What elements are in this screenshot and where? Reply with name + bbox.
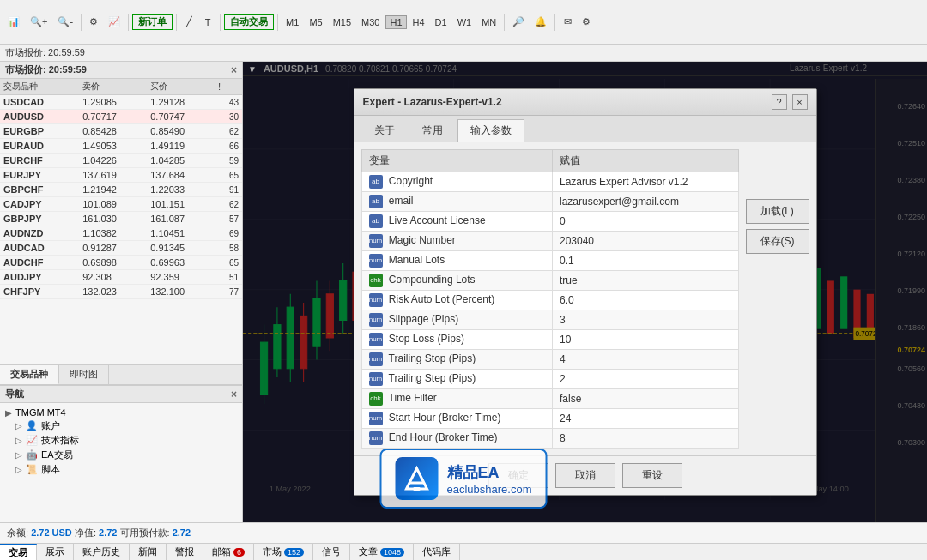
tab-trade[interactable]: 交易 bbox=[0, 544, 37, 560]
param-name: num End Hour (Broker Time) bbox=[361, 429, 552, 449]
tab-codebase[interactable]: 代码库 bbox=[414, 544, 460, 560]
new-order-btn[interactable]: 新订单 bbox=[132, 14, 173, 30]
settings-btn[interactable]: ⚙ bbox=[578, 14, 595, 30]
param-row[interactable]: num Trailing Stop (Pips) 4 bbox=[361, 350, 738, 370]
param-row[interactable]: num Slippage (Pips) 3 bbox=[361, 310, 738, 330]
dialog-help-btn[interactable]: ? bbox=[772, 94, 787, 110]
market-row[interactable]: AUDCAD 0.91287 0.91345 58 bbox=[0, 241, 242, 256]
line-tool-btn[interactable]: ╱ bbox=[180, 14, 197, 30]
auto-trade-btn[interactable]: 自动交易 bbox=[224, 14, 274, 30]
param-row[interactable]: chk Time Filter false bbox=[361, 389, 738, 409]
param-row[interactable]: num Start Hour (Broker Time) 24 bbox=[361, 409, 738, 429]
new-chart-btn[interactable]: 📊 bbox=[3, 14, 24, 30]
tab-history[interactable]: 账户历史 bbox=[74, 544, 130, 560]
pair-bid: 137.619 bbox=[79, 168, 147, 183]
param-row[interactable]: num Risk Auto Lot (Percent) 6.0 bbox=[361, 291, 738, 310]
market-row[interactable]: USDCAD 1.29085 1.29128 43 bbox=[0, 95, 242, 110]
nav-indicators[interactable]: ▷ 📈 技术指标 bbox=[15, 433, 237, 448]
param-value[interactable]: lazarusexpert@gmail.com bbox=[552, 192, 738, 212]
param-value[interactable]: 10 bbox=[552, 330, 738, 350]
magnify-btn[interactable]: 🔎 bbox=[508, 14, 529, 30]
market-row[interactable]: AUDUSD 0.70717 0.70747 30 bbox=[0, 110, 242, 124]
tab-mailbox[interactable]: 邮箱6 bbox=[203, 544, 254, 560]
market-row[interactable]: CADJPY 101.089 101.151 62 bbox=[0, 197, 242, 212]
text-tool-btn[interactable]: T bbox=[199, 15, 216, 30]
param-value[interactable]: 3 bbox=[552, 310, 738, 330]
tf-m15[interactable]: M15 bbox=[329, 15, 355, 29]
param-value[interactable]: 0 bbox=[552, 212, 738, 232]
reset-btn[interactable]: 重设 bbox=[622, 463, 682, 488]
param-value[interactable]: false bbox=[552, 389, 738, 409]
sep5 bbox=[277, 14, 278, 31]
param-row[interactable]: num Manual Lots 0.1 bbox=[361, 251, 738, 271]
param-value[interactable]: 6.0 bbox=[552, 291, 738, 310]
market-row[interactable]: EURCHF 1.04226 1.04285 59 bbox=[0, 154, 242, 168]
param-value[interactable]: true bbox=[552, 271, 738, 291]
tab-about[interactable]: 关于 bbox=[361, 119, 408, 142]
market-row[interactable]: EURAUD 1.49053 1.49119 66 bbox=[0, 139, 242, 154]
nav-scripts[interactable]: ▷ 📜 脚本 bbox=[15, 462, 237, 477]
param-value[interactable]: Lazarus Expert Advisor v1.2 bbox=[552, 172, 738, 192]
zoom-in-btn[interactable]: 🔍+ bbox=[26, 14, 52, 30]
market-row[interactable]: GBPCHF 1.21942 1.22033 91 bbox=[0, 183, 242, 197]
indicators-btn[interactable]: 📈 bbox=[104, 14, 124, 30]
param-value[interactable]: 203040 bbox=[552, 232, 738, 251]
param-row[interactable]: ab Live Account License 0 bbox=[361, 212, 738, 232]
market-row[interactable]: EURJPY 137.619 137.684 65 bbox=[0, 168, 242, 183]
tf-m1[interactable]: M1 bbox=[282, 15, 303, 29]
param-value[interactable]: 4 bbox=[552, 350, 738, 370]
market-row[interactable]: AUDCHF 0.69898 0.69963 65 bbox=[0, 256, 242, 270]
tab-inputs[interactable]: 输入参数 bbox=[457, 119, 524, 142]
tab-alerts[interactable]: 警报 bbox=[167, 544, 203, 560]
properties-btn[interactable]: ⚙ bbox=[85, 14, 102, 30]
param-value[interactable]: 0.1 bbox=[552, 251, 738, 271]
nav-tmgm[interactable]: ▶ TMGM MT4 bbox=[5, 406, 237, 418]
market-row[interactable]: AUDJPY 92.308 92.359 51 bbox=[0, 270, 242, 285]
cancel-btn[interactable]: 取消 bbox=[555, 463, 615, 488]
param-value[interactable]: 2 bbox=[552, 370, 738, 389]
pair-change: 51 bbox=[215, 270, 242, 285]
alert-btn[interactable]: 🔔 bbox=[530, 14, 551, 30]
tab-display[interactable]: 展示 bbox=[37, 544, 74, 560]
param-value[interactable]: 8 bbox=[552, 429, 738, 449]
param-row[interactable]: num End Hour (Broker Time) 8 bbox=[361, 429, 738, 449]
col-variable: 变量 bbox=[361, 150, 552, 172]
tab-common[interactable]: 常用 bbox=[409, 119, 456, 142]
sep7 bbox=[554, 14, 555, 31]
tab-market[interactable]: 市场 152 bbox=[254, 544, 313, 560]
param-value[interactable]: 24 bbox=[552, 409, 738, 429]
param-row[interactable]: ab email lazarusexpert@gmail.com bbox=[361, 192, 738, 212]
tf-h1[interactable]: H1 bbox=[385, 15, 406, 29]
market-row[interactable]: AUDNZD 1.10382 1.10451 69 bbox=[0, 226, 242, 241]
tf-w1[interactable]: W1 bbox=[453, 15, 476, 29]
save-btn[interactable]: 保存(S) bbox=[746, 229, 809, 254]
param-row[interactable]: num Magic Number 203040 bbox=[361, 232, 738, 251]
tf-m5[interactable]: M5 bbox=[305, 15, 326, 29]
zoom-out-btn[interactable]: 🔍- bbox=[53, 14, 77, 30]
tab-signals[interactable]: 信号 bbox=[313, 544, 350, 560]
dialog-close-btn[interactable]: × bbox=[792, 94, 808, 110]
tab-news[interactable]: 新闻 bbox=[130, 544, 167, 560]
market-row[interactable]: CHFJPY 132.023 132.100 77 bbox=[0, 285, 242, 299]
param-row[interactable]: num Stop Loss (Pips) 10 bbox=[361, 330, 738, 350]
param-row[interactable]: ab Copyright Lazarus Expert Advisor v1.2 bbox=[361, 172, 738, 192]
tf-h4[interactable]: H4 bbox=[409, 15, 429, 29]
nav-close[interactable]: × bbox=[231, 388, 237, 400]
tab-chart-small[interactable]: 即时图 bbox=[59, 365, 109, 384]
nav-ea[interactable]: ▷ 🤖 EA交易 bbox=[15, 448, 237, 462]
tf-d1[interactable]: D1 bbox=[431, 15, 451, 29]
market-row[interactable]: GBPJPY 161.030 161.087 57 bbox=[0, 212, 242, 226]
market-row[interactable]: EURGBP 0.85428 0.85490 62 bbox=[0, 124, 242, 139]
tf-mn[interactable]: MN bbox=[477, 15, 500, 29]
load-btn[interactable]: 加载(L) bbox=[746, 199, 809, 224]
nav-expand-scripts: ▷ bbox=[15, 465, 22, 474]
tab-articles[interactable]: 文章 1048 bbox=[350, 544, 414, 560]
market-watch-close[interactable]: × bbox=[231, 64, 237, 76]
tab-pairs[interactable]: 交易品种 bbox=[0, 365, 59, 384]
market-watch-scroll[interactable]: 交易品种 卖价 买价 ! USDCAD 1.29085 1.29128 43 A… bbox=[0, 79, 242, 364]
param-row[interactable]: num Trailing Step (Pips) 2 bbox=[361, 370, 738, 389]
tf-m30[interactable]: M30 bbox=[357, 15, 384, 29]
email-btn[interactable]: ✉ bbox=[559, 14, 576, 30]
param-row[interactable]: chk Compounding Lots true bbox=[361, 271, 738, 291]
nav-accounts[interactable]: ▷ 👤 账户 bbox=[15, 418, 237, 433]
